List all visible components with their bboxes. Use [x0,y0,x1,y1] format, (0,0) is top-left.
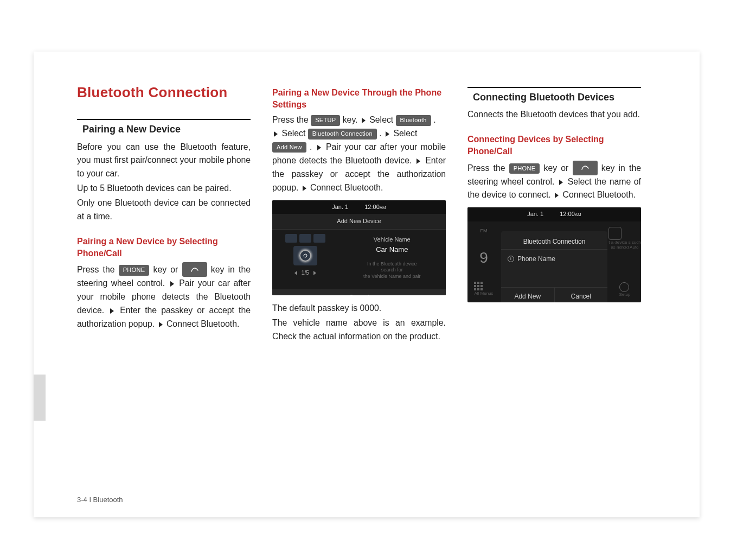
paragraph: Before you can use the Bluetooth feature… [77,141,251,181]
key-add-new: Add New [272,142,306,153]
column-2: Pairing a New Device Through the Phone S… [272,81,446,345]
status-bar: Jan. 1 12:00AM [467,207,641,221]
step-arrow-icon [274,131,278,137]
add-new-button: Add New [501,288,555,303]
key-call-icon [573,161,598,175]
status-time: 12:00AM [364,202,386,212]
key-bluetooth-connection: Bluetooth Connection [308,129,377,139]
paragraph: The vehicle name above is an example. Ch… [272,316,446,344]
step-arrow-icon [559,180,563,185]
popup-button-row: Add New Cancel [501,287,607,303]
gear-highlight-icon [299,250,311,262]
text: key or [153,265,182,274]
popup-title: Bluetooth Connection [501,234,607,250]
thumbnail-row [285,234,325,243]
all-menus-label: All Menus [474,290,493,297]
paragraph: Up to 5 Bluetooth devices can be paired. [77,182,251,195]
vehicle-name-label: Vehicle Name [343,235,441,244]
right-sidebar: t a device s such as ndroid Auto Setup [608,221,641,303]
paragraph: Only one Bluetooth device can be connect… [77,196,251,224]
text: Press the [272,115,311,124]
projection-hint: t a device s such as ndroid Auto [608,240,641,250]
section-pairing-new-device: Pairing a New Device [77,119,251,137]
column-1: Bluetooth Connection Pairing a New Devic… [77,81,251,345]
text: Connect Bluetooth. [166,319,239,328]
status-date: Jan. 1 [332,202,348,212]
selected-thumbnail [293,246,317,265]
info-icon: i [508,256,514,262]
text: . [310,142,312,151]
gear-icon [619,282,629,292]
text: Select [281,129,307,138]
key-bluetooth: Bluetooth [396,115,431,125]
thumbnail-column: 1/5 [272,230,338,289]
vehicle-name-value: Car Name [343,244,441,256]
step-arrow-icon [110,308,114,314]
phone-icon [608,227,622,240]
all-menus-button: All Menus [474,282,493,297]
pager-next-icon [313,271,316,275]
paragraph: Press the PHONE key or key in the steeri… [467,161,641,202]
info-column: Vehicle Name Car Name In the Bluetooth d… [338,230,446,289]
text: Select [393,129,417,138]
grid-icon [474,282,493,290]
main-title: Bluetooth Connection [77,81,251,104]
key-phone: PHONE [509,163,540,174]
subheading-connect-by-phonecall: Connecting Devices by Selecting Phone/Ca… [467,134,641,157]
setup-button: Setup [619,282,631,297]
key-phone: PHONE [119,265,150,275]
status-time: 12:00AM [560,210,581,219]
step-arrow-icon [386,131,389,137]
hint-line: the Vehicle Name and pair [343,274,441,280]
text: Select [369,115,395,124]
thumbnail [313,234,325,243]
step-arrow-icon [317,145,321,150]
phone-name: Phone Name [517,254,555,264]
phone-projection-icon: t a device s such as ndroid Auto [608,227,641,250]
paragraph: Press the SETUP key. Select Bluetooth . … [272,113,446,195]
text: key. [343,115,358,124]
step-arrow-icon [159,322,163,327]
left-sidebar: FM 9 All Menus [467,221,500,303]
section-connecting-bt-devices: Connecting Bluetooth Devices [467,87,641,105]
hint-line: In the Bluetooth device [343,261,441,268]
pager-prev-icon [294,271,297,275]
preset-number: 9 [479,246,488,270]
status-bar: Jan. 1 12:00AM [272,200,446,214]
bluetooth-connection-popup: Bluetooth Connection i Phone Name Add Ne… [501,231,607,303]
text: . [379,129,384,138]
paragraph: The default passkey is 0000. [272,302,446,315]
text: Press the [77,265,119,274]
subheading-pair-by-phonecall: Pairing a New Device by Selecting Phone/… [77,236,251,259]
setup-label: Setup [619,292,631,297]
column-3: Connecting Bluetooth Devices Connects th… [467,81,641,345]
paragraph: Press the PHONE key or key in the steeri… [77,262,251,331]
step-arrow-icon [362,118,366,123]
screenshot-add-new-device: Jan. 1 12:00AM Add New Device [272,200,446,295]
step-arrow-icon [417,158,420,164]
page-side-tab [34,375,46,421]
fm-label: FM [480,227,488,234]
text: key or [544,163,573,173]
thumbnail [285,234,297,243]
text: . [433,115,435,124]
text: Connect Bluetooth. [310,183,383,192]
text: Press the [467,163,509,173]
step-arrow-icon [555,193,559,198]
pager-text: 1/5 [302,269,309,277]
paragraph: Connects the Bluetooth devices that you … [467,108,641,122]
cancel-button: Cancel [555,288,608,303]
pager: 1/5 [294,269,316,277]
screenshot-body: FM 9 All Menus Bluetooth Connection i Ph… [467,221,641,303]
page-content: Bluetooth Connection Pairing a New Devic… [77,81,641,345]
text: Connect Bluetooth. [562,190,635,199]
hint-line: search for [343,267,441,274]
cancel-button: Cancel [272,289,446,295]
subheading-pair-through-settings: Pairing a New Device Through the Phone S… [272,87,446,110]
key-call-icon [182,262,207,277]
key-setup: SETUP [311,115,340,125]
phone-row: i Phone Name [501,250,607,269]
svg-point-0 [304,254,307,257]
screenshot-body: 1/5 Vehicle Name Car Name In the Bluetoo… [272,230,446,289]
status-date: Jan. 1 [527,210,543,219]
